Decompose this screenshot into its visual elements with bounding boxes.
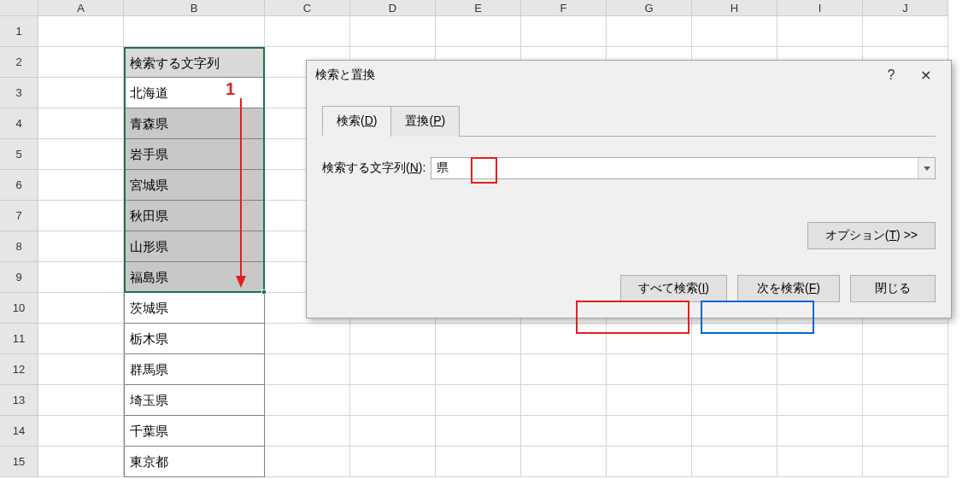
cell-i12[interactable] xyxy=(778,354,863,385)
cell-e15[interactable] xyxy=(436,447,521,477)
cell-b1[interactable] xyxy=(124,16,265,47)
cell-a12[interactable] xyxy=(38,354,124,385)
col-header-j[interactable]: J xyxy=(863,0,948,16)
cell-b4[interactable]: 青森県 xyxy=(124,108,265,139)
row-header-8[interactable]: 8 xyxy=(0,231,38,262)
cell-h12[interactable] xyxy=(692,354,778,385)
cell-g1[interactable] xyxy=(607,16,692,47)
row-header-4[interactable]: 4 xyxy=(0,108,38,139)
cell-b12[interactable]: 群馬県 xyxy=(124,354,265,385)
cell-g12[interactable] xyxy=(607,354,692,385)
col-header-f[interactable]: F xyxy=(521,0,607,16)
cell-c15[interactable] xyxy=(265,447,350,477)
cell-j15[interactable] xyxy=(863,447,948,477)
row-header-5[interactable]: 5 xyxy=(0,139,38,170)
row-header-6[interactable]: 6 xyxy=(0,170,38,201)
cell-j1[interactable] xyxy=(863,16,948,47)
row-header-2[interactable]: 2 xyxy=(0,47,38,78)
row-header-15[interactable]: 15 xyxy=(0,447,38,477)
cell-g14[interactable] xyxy=(607,416,692,447)
cell-a9[interactable] xyxy=(38,262,124,293)
col-header-b[interactable]: B xyxy=(124,0,265,16)
cell-h14[interactable] xyxy=(692,416,778,447)
cell-c1[interactable] xyxy=(265,16,350,47)
cell-j13[interactable] xyxy=(863,385,948,416)
cell-a11[interactable] xyxy=(38,324,124,354)
col-header-g[interactable]: G xyxy=(607,0,692,16)
col-header-d[interactable]: D xyxy=(350,0,436,16)
cell-c11[interactable] xyxy=(265,324,350,354)
cell-h15[interactable] xyxy=(692,447,778,477)
tab-search[interactable]: 検索(D) xyxy=(322,106,391,137)
cell-e13[interactable] xyxy=(436,385,521,416)
cell-a7[interactable] xyxy=(38,201,124,231)
cell-i11[interactable] xyxy=(778,324,863,354)
cell-b3[interactable]: 北海道 xyxy=(124,78,265,108)
cell-e1[interactable] xyxy=(436,16,521,47)
row-header-9[interactable]: 9 xyxy=(0,262,38,293)
cell-b6[interactable]: 宮城県 xyxy=(124,170,265,201)
cell-a8[interactable] xyxy=(38,231,124,262)
cell-j12[interactable] xyxy=(863,354,948,385)
cell-f11[interactable] xyxy=(521,324,607,354)
cell-i14[interactable] xyxy=(778,416,863,447)
options-button[interactable]: オプション(T) >> xyxy=(807,222,936,249)
cell-d11[interactable] xyxy=(350,324,436,354)
cell-h1[interactable] xyxy=(692,16,778,47)
col-header-i[interactable]: I xyxy=(778,0,863,16)
cell-d15[interactable] xyxy=(350,447,436,477)
cell-f12[interactable] xyxy=(521,354,607,385)
row-header-7[interactable]: 7 xyxy=(0,201,38,231)
cell-a4[interactable] xyxy=(38,108,124,139)
cell-b7[interactable]: 秋田県 xyxy=(124,201,265,231)
close-button[interactable]: ✕ xyxy=(908,67,942,84)
cell-a2[interactable] xyxy=(38,47,124,78)
row-header-1[interactable]: 1 xyxy=(0,16,38,47)
cell-c14[interactable] xyxy=(265,416,350,447)
cell-b14[interactable]: 千葉県 xyxy=(124,416,265,447)
cell-c13[interactable] xyxy=(265,385,350,416)
cell-d1[interactable] xyxy=(350,16,436,47)
cell-b2[interactable]: 検索する文字列 xyxy=(124,47,265,78)
row-header-14[interactable]: 14 xyxy=(0,416,38,447)
cell-b5[interactable]: 岩手県 xyxy=(124,139,265,170)
cell-f14[interactable] xyxy=(521,416,607,447)
cell-g11[interactable] xyxy=(607,324,692,354)
cell-i15[interactable] xyxy=(778,447,863,477)
cell-b10[interactable]: 茨城県 xyxy=(124,293,265,324)
tab-replace[interactable]: 置換(P) xyxy=(390,106,460,137)
row-header-13[interactable]: 13 xyxy=(0,385,38,416)
cell-f15[interactable] xyxy=(521,447,607,477)
cell-g15[interactable] xyxy=(607,447,692,477)
col-header-a[interactable]: A xyxy=(38,0,124,16)
col-header-e[interactable]: E xyxy=(436,0,521,16)
cell-d12[interactable] xyxy=(350,354,436,385)
cell-i1[interactable] xyxy=(778,16,863,47)
cell-h11[interactable] xyxy=(692,324,778,354)
cell-g13[interactable] xyxy=(607,385,692,416)
cell-a15[interactable] xyxy=(38,447,124,477)
cell-j11[interactable] xyxy=(863,324,948,354)
cell-e11[interactable] xyxy=(436,324,521,354)
help-button[interactable]: ? xyxy=(874,67,908,83)
cell-j14[interactable] xyxy=(863,416,948,447)
row-header-12[interactable]: 12 xyxy=(0,354,38,385)
cell-e14[interactable] xyxy=(436,416,521,447)
cell-i13[interactable] xyxy=(778,385,863,416)
cell-b15[interactable]: 東京都 xyxy=(124,447,265,477)
cell-b13[interactable]: 埼玉県 xyxy=(124,385,265,416)
cell-a5[interactable] xyxy=(38,139,124,170)
row-header-11[interactable]: 11 xyxy=(0,324,38,354)
row-header-10[interactable]: 10 xyxy=(0,293,38,324)
cell-a13[interactable] xyxy=(38,385,124,416)
cell-d13[interactable] xyxy=(350,385,436,416)
cell-b9[interactable]: 福島県 xyxy=(124,262,265,293)
find-next-button[interactable]: 次を検索(F) xyxy=(737,275,840,302)
cell-f13[interactable] xyxy=(521,385,607,416)
dialog-titlebar[interactable]: 検索と置換 ? ✕ xyxy=(307,61,951,90)
cell-a10[interactable] xyxy=(38,293,124,324)
search-input[interactable] xyxy=(431,158,918,178)
col-header-h[interactable]: H xyxy=(692,0,778,16)
cell-c12[interactable] xyxy=(265,354,350,385)
cell-h13[interactable] xyxy=(692,385,778,416)
